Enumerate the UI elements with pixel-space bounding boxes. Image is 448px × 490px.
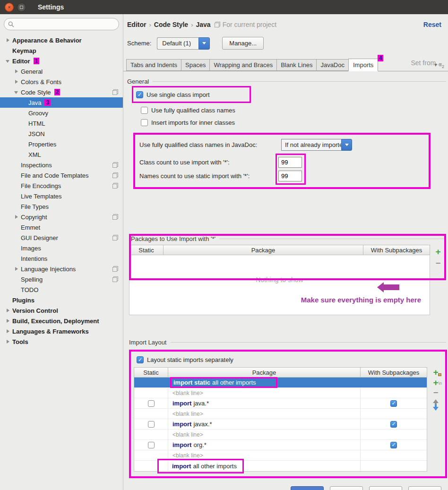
sidebar-item-file-encodings[interactable]: File Encodings [0, 181, 123, 191]
sidebar-item-inspections[interactable]: Inspections [0, 160, 123, 170]
static-checkbox-unchecked[interactable] [148, 400, 155, 407]
manage-button[interactable]: Manage... [222, 37, 264, 50]
add-blank-line-icon[interactable]: +\n [431, 379, 440, 386]
add-package-icon[interactable]: + [431, 369, 440, 376]
sidebar-item-gui-designer[interactable]: GUI Designer [0, 232, 123, 243]
chevron-right-icon[interactable] [14, 215, 19, 219]
layout-static-separately-row[interactable]: ✓ Layout static imports separately [137, 354, 444, 365]
sidebar-item-version-control[interactable]: Version Control [0, 305, 123, 316]
chevron-down-icon[interactable] [198, 37, 210, 50]
chevron-down-icon[interactable] [14, 90, 19, 95]
help-button[interactable]: Help [408, 486, 441, 490]
subpackages-checkbox-checked[interactable]: ✓ [390, 421, 397, 428]
chevron-right-icon[interactable] [14, 266, 19, 271]
sidebar-item-groovy[interactable]: Groovy [0, 108, 123, 118]
hidden-tabs-icon[interactable]: ▾ ≡2 [434, 61, 444, 69]
tab-blank-lines[interactable]: Blank Lines [276, 59, 317, 71]
sidebar-item-spelling[interactable]: Spelling [0, 274, 123, 284]
reset-link[interactable]: Reset [423, 21, 441, 28]
sidebar-item-emmet[interactable]: Emmet [0, 222, 123, 232]
restore-window-icon[interactable] [17, 3, 26, 12]
tab-tabs-and-indents[interactable]: Tabs and Indents [126, 59, 181, 71]
static-checkbox-unchecked[interactable] [148, 421, 155, 428]
import-layout-row-import-static-all-other-imports[interactable]: import staticall other imports [134, 378, 427, 388]
import-layout-row-blank[interactable]: <blank line> [134, 430, 427, 440]
sidebar-item-language-injections[interactable]: Language Injections [0, 264, 123, 274]
sidebar-item-intentions[interactable]: Intentions [0, 253, 123, 264]
sidebar-item-editor[interactable]: Editor1 [0, 56, 123, 66]
chevron-right-icon[interactable] [6, 318, 10, 323]
class-count-input[interactable] [278, 157, 302, 168]
sidebar-item-plugins[interactable]: Plugins [0, 295, 123, 305]
column-with-subpackages[interactable]: With Subpackages [363, 245, 430, 255]
chevron-right-icon[interactable] [6, 339, 10, 344]
sidebar-item-keymap[interactable]: Keymap [0, 45, 123, 56]
scheme-select[interactable]: Default (1) [157, 37, 210, 50]
sidebar-item-general[interactable]: General [0, 66, 123, 77]
names-count-input[interactable] [278, 171, 302, 181]
sidebar-item-xml[interactable]: XML [0, 149, 123, 160]
column-static[interactable]: Static [129, 245, 164, 255]
sidebar-item-file-types[interactable]: File Types [0, 201, 123, 212]
add-icon[interactable]: + [435, 249, 440, 255]
move-down-icon[interactable] [433, 407, 439, 411]
sidebar-item-colors-fonts[interactable]: Colors & Fonts [0, 77, 123, 87]
tab-spaces[interactable]: Spaces [181, 59, 210, 71]
sidebar-item-appearance-behavior[interactable]: Appearance & Behavior [0, 35, 123, 45]
remove-icon[interactable]: − [436, 260, 441, 266]
remove-icon[interactable]: − [431, 390, 440, 395]
ok-button[interactable]: OK [291, 486, 324, 490]
apply-button[interactable]: Apply [369, 486, 402, 490]
packages-table[interactable]: Static Package With Subpackages Nothing … [129, 245, 430, 315]
breadcrumb-editor[interactable]: Editor [127, 21, 146, 28]
checkbox-unchecked[interactable] [141, 119, 148, 126]
breadcrumb-java[interactable]: Java [196, 21, 211, 28]
import-layout-row-blank[interactable]: <blank line> [134, 409, 427, 419]
column-package[interactable]: Package [164, 245, 363, 255]
chevron-right-icon[interactable] [14, 79, 19, 84]
sidebar-item-code-style[interactable]: Code Style2 [0, 87, 123, 97]
chevron-right-icon[interactable] [6, 329, 10, 334]
sidebar-item-java[interactable]: Java3 [0, 97, 123, 108]
subpackages-checkbox-checked[interactable]: ✓ [390, 400, 397, 407]
chevron-right-icon[interactable] [6, 38, 10, 43]
checkbox-checked[interactable]: ✓ [137, 356, 144, 363]
sidebar-item-todo[interactable]: TODO [0, 284, 123, 295]
sidebar-item-live-templates[interactable]: Live Templates [0, 191, 123, 201]
tab-imports[interactable]: Imports4 [348, 59, 378, 71]
search-input[interactable] [4, 18, 119, 30]
static-checkbox-unchecked[interactable] [148, 442, 155, 448]
import-layout-row-blank[interactable]: <blank line> [134, 388, 427, 398]
sidebar-item-html[interactable]: HTML [0, 118, 123, 129]
close-window-icon[interactable]: × [5, 3, 14, 12]
checkbox-unchecked[interactable] [141, 107, 148, 114]
sidebar-item-languages-frameworks[interactable]: Languages & Frameworks [0, 326, 123, 336]
subpackages-checkbox-checked[interactable]: ✓ [390, 442, 397, 448]
tab-wrapping-and-braces[interactable]: Wrapping and Braces [209, 59, 277, 71]
import-layout-row-import-javax[interactable]: importjavax.*✓ [134, 419, 427, 430]
chevron-right-icon[interactable] [6, 308, 10, 313]
move-up-icon[interactable] [433, 399, 439, 403]
checkbox-checked[interactable]: ✓ [136, 91, 143, 98]
column-package[interactable]: Package [168, 368, 361, 377]
sidebar-item-build-execution-deployment[interactable]: Build, Execution, Deployment [0, 316, 123, 326]
chevron-right-icon[interactable] [14, 69, 19, 74]
sidebar-item-copyright[interactable]: Copyright [0, 212, 123, 222]
breadcrumb-code-style[interactable]: Code Style [154, 21, 188, 28]
javadoc-qualified-select[interactable]: If not already imported [281, 139, 352, 151]
sidebar-item-file-and-code-templates[interactable]: File and Code Templates [0, 170, 123, 181]
use-fully-qualified-row[interactable]: Use fully qualified class names [141, 104, 447, 116]
chevron-down-icon[interactable] [341, 139, 352, 151]
column-with-subpackages[interactable]: With Subpackages [361, 368, 427, 377]
import-layout-row-import-all-other-imports[interactable]: importall other imports [134, 461, 427, 471]
tab-javadoc[interactable]: JavaDoc [316, 59, 349, 71]
use-single-class-import-row[interactable]: ✓ Use single class import [136, 88, 247, 101]
cancel-button[interactable]: Cancel [330, 486, 363, 490]
import-layout-row-import-org[interactable]: importorg.*✓ [134, 440, 427, 450]
packages-table-body[interactable]: Nothing to show Make sure everything is … [129, 255, 430, 315]
sidebar-item-json[interactable]: JSON [0, 129, 123, 139]
sidebar-item-images[interactable]: Images [0, 243, 123, 253]
chevron-down-icon[interactable] [6, 59, 10, 63]
sidebar-item-tools[interactable]: Tools [0, 336, 123, 347]
sidebar-item-properties[interactable]: Properties [0, 139, 123, 149]
